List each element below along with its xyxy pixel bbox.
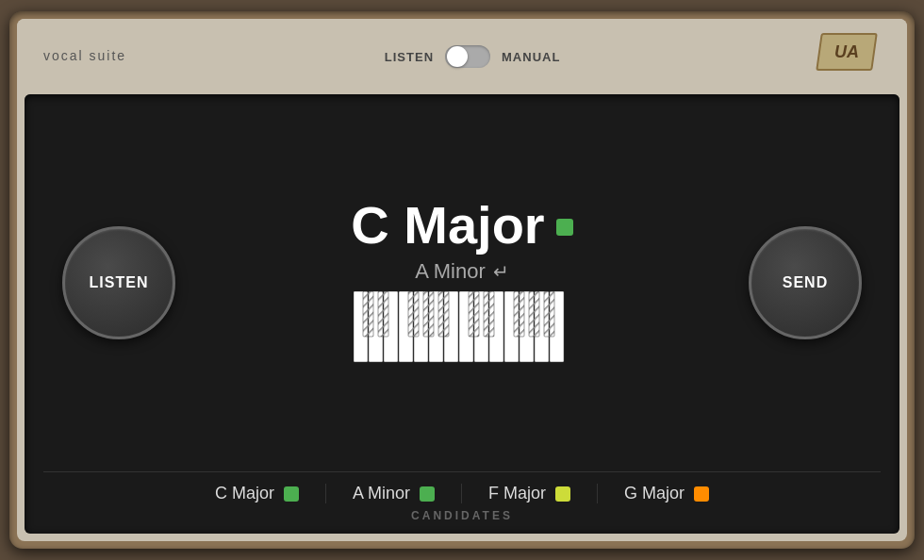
svg-rect-18: [423, 291, 434, 337]
inner-frame: topline topline vocal suite LISTEN MANUA…: [17, 19, 907, 541]
logo-area: topline topline vocal suite: [40, 49, 126, 63]
svg-rect-24: [544, 291, 554, 337]
candidate-item-1[interactable]: A Minor: [326, 484, 462, 503]
candidate-item-2[interactable]: F Major: [462, 484, 598, 503]
candidate-name-2: F Major: [488, 484, 546, 503]
candidate-dot-2: [555, 486, 570, 502]
relative-key-arrow: ↵: [493, 260, 509, 283]
svg-rect-16: [378, 291, 388, 337]
piano-svg: [354, 291, 570, 367]
logo-sub-text: vocal suite: [43, 49, 126, 63]
svg-rect-17: [408, 291, 419, 337]
listen-label: LISTEN: [385, 50, 434, 64]
svg-rect-20: [469, 291, 479, 337]
candidate-item-0[interactable]: C Major: [189, 484, 326, 503]
center-content: C Major A Minor ↵: [351, 199, 572, 367]
header-center: LISTEN MANUAL: [385, 45, 561, 68]
listen-button-label: LISTEN: [90, 274, 149, 291]
outer-frame: topline topline vocal suite LISTEN MANUA…: [9, 11, 915, 549]
key-display-row: C Major: [351, 199, 572, 252]
svg-rect-19: [438, 291, 449, 337]
piano-keyboard: [354, 291, 570, 367]
main-display: LISTEN C Major A Minor ↵: [25, 94, 899, 534]
listen-manual-toggle[interactable]: [445, 45, 490, 68]
ua-text: UA: [834, 42, 859, 62]
relative-key-row: A Minor ↵: [415, 259, 509, 284]
svg-rect-22: [514, 291, 524, 337]
svg-rect-21: [484, 291, 494, 337]
send-button-label: SEND: [783, 274, 828, 291]
relative-key-name: A Minor: [415, 259, 486, 284]
candidate-name-3: G Major: [624, 484, 685, 503]
ua-logo: UA: [818, 33, 884, 80]
candidate-dot-0: [284, 486, 299, 502]
svg-rect-15: [363, 291, 373, 337]
candidate-dot-1: [420, 486, 435, 502]
toggle-knob: [447, 46, 468, 67]
manual-label: MANUAL: [502, 50, 560, 64]
candidates-section: C Major A Minor F Major G Major: [25, 472, 899, 534]
candidate-name-1: A Minor: [353, 484, 410, 503]
candidate-item-3[interactable]: G Major: [598, 484, 735, 503]
candidate-name-0: C Major: [215, 484, 274, 503]
svg-rect-23: [529, 291, 539, 337]
header: topline topline vocal suite LISTEN MANUA…: [17, 19, 907, 94]
main-key-name: C Major: [351, 199, 544, 252]
display-top: LISTEN C Major A Minor ↵: [25, 94, 899, 471]
candidate-dot-3: [694, 486, 709, 502]
ua-diamond: UA: [816, 33, 878, 71]
candidates-row: C Major A Minor F Major G Major: [43, 484, 881, 503]
candidates-label: CANDIDATES: [411, 509, 513, 526]
key-indicator: [556, 219, 573, 236]
send-button[interactable]: SEND: [749, 226, 862, 339]
listen-button[interactable]: LISTEN: [62, 226, 175, 339]
